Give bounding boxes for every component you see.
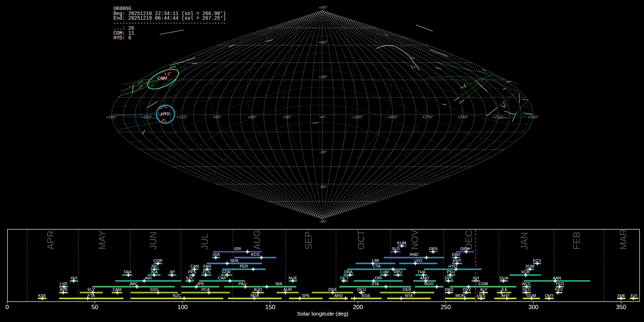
svg-text:XCB: XCB (521, 270, 529, 274)
svg-text:+30°: +30° (319, 75, 327, 79)
svg-text:250: 250 (441, 304, 451, 311)
svg-text:OHY: OHY (545, 293, 554, 298)
svg-text:CTA: CTA (373, 264, 381, 268)
svg-text:+90°: +90° (213, 115, 221, 119)
svg-text:AVB: AVB (60, 287, 68, 292)
svg-text:XHE: XHE (617, 293, 626, 298)
svg-text:+300°: +300° (387, 115, 398, 119)
svg-text:+180°: +180° (106, 115, 117, 119)
svg-text:COM: COM (478, 282, 488, 286)
svg-text:MAR: MAR (618, 229, 629, 250)
svg-text:FEB: FEB (571, 231, 582, 250)
svg-text:PCA: PCA (201, 287, 210, 292)
svg-text:KUM: KUM (397, 241, 406, 245)
svg-text:LYR: LYR (60, 282, 67, 286)
svg-text:AMO: AMO (420, 276, 429, 280)
svg-text:+210°: +210° (493, 115, 504, 119)
svg-text:SLD: SLD (392, 247, 400, 251)
svg-text:PER: PER (240, 264, 248, 268)
svg-text:+240°: +240° (457, 115, 468, 119)
svg-text:FED: FED (556, 282, 564, 286)
svg-text:150: 150 (265, 304, 275, 311)
svg-text:ORS: ORS (429, 247, 438, 251)
svg-text:OCT: OCT (356, 230, 366, 250)
svg-text:EGE: EGE (362, 293, 370, 298)
svg-text:DAD: DAD (452, 252, 460, 257)
svg-text:ECV: ECV (533, 258, 542, 263)
svg-text:QUA: QUA (499, 276, 508, 280)
svg-text:ALY: ALY (480, 287, 487, 292)
svg-text:AHY: AHY (501, 293, 510, 298)
svg-text:SCC: SCC (522, 287, 531, 292)
svg-text:NOV: NOV (409, 229, 420, 250)
svg-text:DSX: DSX (328, 287, 337, 292)
svg-text:JXA: JXA (213, 252, 220, 257)
svg-text:JAN: JAN (519, 232, 530, 250)
svg-text:50: 50 (92, 304, 98, 311)
svg-text:-90°: -90° (319, 219, 327, 224)
svg-text:NOO: NOO (424, 282, 434, 286)
svg-text:SPE: SPE (302, 293, 310, 298)
svg-text:STA: STA (371, 282, 379, 286)
svg-text:JUN: JUN (148, 231, 158, 250)
svg-text:JUL: JUL (199, 233, 210, 250)
svg-text:ZCS: ZCS (202, 270, 210, 274)
svg-text:GDR: GDR (222, 270, 231, 274)
svg-text:TAH: TAH (123, 270, 131, 274)
svg-text:DPC: DPC (445, 276, 453, 280)
svg-text:SSG: SSG (150, 287, 158, 292)
svg-text:-60°: -60° (319, 185, 327, 189)
svg-text:NCC: NCC (522, 282, 531, 286)
svg-text:CAP: CAP (218, 276, 226, 280)
svg-text:Solar longitude (deg): Solar longitude (deg) (297, 311, 348, 317)
svg-text:-30°: -30° (319, 150, 327, 154)
svg-text:KCG: KCG (251, 252, 260, 257)
svg-text:AND: AND (410, 252, 418, 257)
svg-text:MON: MON (455, 293, 465, 298)
svg-text:NTA: NTA (405, 293, 413, 298)
svg-text:HYD: 6: HYD: 6 (113, 35, 131, 41)
svg-text:KSE: KSE (38, 293, 46, 298)
svg-text:DKD: DKD (445, 287, 453, 292)
svg-text:JEA: JEA (150, 270, 158, 274)
svg-text:HYD: HYD (161, 111, 170, 116)
svg-text:+60°: +60° (248, 115, 257, 119)
svg-text:ARD: ARD (334, 293, 343, 298)
svg-text:200: 200 (353, 304, 363, 311)
svg-text:OCT: OCT (340, 276, 349, 280)
svg-text:350: 350 (616, 304, 626, 311)
svg-text:NIA: NIA (275, 282, 282, 286)
svg-text:ARI: ARI (145, 276, 152, 280)
svg-text:+150°: +150° (141, 115, 152, 119)
svg-text:SZC: SZC (186, 276, 194, 280)
svg-text:JLE: JLE (501, 287, 508, 292)
svg-text:OCU: OCU (357, 287, 366, 292)
svg-text:CAM: CAM (113, 287, 122, 292)
svg-text:COM: COM (157, 75, 167, 80)
svg-text:EVI: EVI (631, 293, 637, 298)
svg-text:+60°: +60° (319, 40, 327, 44)
svg-text:100: 100 (177, 304, 187, 311)
svg-text:EHY: EHY (453, 258, 462, 263)
svg-text:RPU: RPU (394, 270, 402, 274)
svg-text:300: 300 (528, 304, 538, 311)
svg-text:+270°: +270° (422, 115, 433, 119)
svg-text:FTA: FTA (88, 293, 95, 298)
svg-text:THA: THA (417, 270, 425, 274)
svg-text:GEM: GEM (460, 247, 470, 251)
svg-text:OER: OER (402, 287, 411, 292)
svg-text:FEV: FEV (555, 287, 563, 292)
svg-text:+30°: +30° (283, 115, 292, 119)
svg-text:JRC: JRC (151, 264, 159, 268)
svg-text:AUD: AUD (254, 287, 262, 292)
svg-text:HVI: HVI (70, 276, 77, 280)
svg-text:XUM: XUM (526, 264, 535, 268)
svg-text:ORI: ORI (375, 276, 382, 280)
svg-text:CAN: CAN (190, 264, 199, 268)
svg-text:0: 0 (5, 304, 9, 311)
svg-text:JIP: JIP (169, 270, 175, 274)
svg-text:GUM: GUM (527, 293, 536, 298)
svg-text:+0°: +0° (319, 115, 326, 119)
svg-text:APR: APR (45, 231, 56, 250)
svg-text:SEP: SEP (303, 231, 314, 250)
